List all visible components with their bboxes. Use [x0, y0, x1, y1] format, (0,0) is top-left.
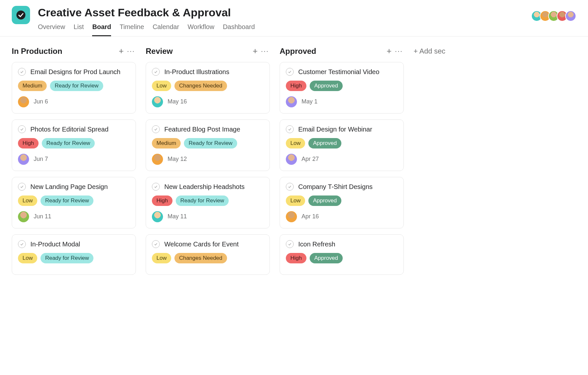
- due-date: Jun 6: [34, 98, 48, 105]
- project-members[interactable]: [534, 10, 576, 22]
- complete-task-icon[interactable]: [18, 240, 26, 248]
- task-title: Photos for Editorial Spread: [30, 125, 108, 133]
- tab-calendar[interactable]: Calendar: [153, 21, 179, 36]
- column-more-icon[interactable]: ···: [394, 46, 404, 56]
- column-header: Approved+···: [280, 46, 404, 56]
- column-title[interactable]: Approved: [280, 47, 384, 56]
- task-card[interactable]: New Landing Page DesignLowReady for Revi…: [12, 177, 136, 228]
- task-card[interactable]: In-Product IllustrationsLowChanges Neede…: [146, 62, 270, 114]
- task-tag[interactable]: Ready for Review: [184, 138, 237, 148]
- tab-timeline[interactable]: Timeline: [120, 21, 144, 36]
- due-date: May 16: [168, 98, 187, 105]
- tab-dashboard[interactable]: Dashboard: [223, 21, 255, 36]
- task-tag[interactable]: Ready for Review: [50, 81, 103, 91]
- assignee-avatar[interactable]: [18, 96, 29, 107]
- add-task-button[interactable]: +: [116, 46, 126, 56]
- complete-task-icon[interactable]: [18, 125, 26, 133]
- assignee-avatar[interactable]: [152, 96, 163, 107]
- due-date: May 1: [302, 98, 318, 105]
- task-tag[interactable]: Ready for Review: [41, 253, 93, 263]
- add-section-button[interactable]: + Add sec: [414, 46, 445, 55]
- task-tag[interactable]: Approved: [308, 195, 341, 206]
- complete-task-icon[interactable]: [152, 125, 160, 133]
- task-tag[interactable]: Approved: [308, 138, 341, 148]
- add-task-button[interactable]: +: [384, 46, 394, 56]
- complete-task-icon[interactable]: [286, 68, 294, 76]
- task-tag[interactable]: Medium: [152, 138, 181, 148]
- task-title: Featured Blog Post Image: [164, 125, 240, 133]
- task-title: Customer Testimonial Video: [298, 68, 379, 76]
- column-header: Review+···: [146, 46, 270, 56]
- task-title: Email Design for Webinar: [298, 125, 372, 133]
- column-more-icon[interactable]: ···: [260, 46, 270, 56]
- complete-task-icon[interactable]: [286, 183, 294, 191]
- task-tag[interactable]: High: [286, 253, 306, 263]
- task-title: Email Designs for Prod Launch: [30, 68, 121, 76]
- column-title[interactable]: In Production: [12, 47, 116, 56]
- task-card[interactable]: Email Design for WebinarLowApprovedApr 2…: [280, 119, 404, 171]
- task-card[interactable]: Featured Blog Post ImageMediumReady for …: [146, 119, 270, 171]
- task-tag[interactable]: Ready for Review: [41, 195, 93, 206]
- task-tag[interactable]: Ready for Review: [176, 195, 229, 206]
- task-title: New Leadership Headshots: [164, 182, 245, 191]
- task-tag[interactable]: High: [286, 81, 306, 91]
- column-header: In Production+···: [12, 46, 136, 56]
- assignee-avatar[interactable]: [286, 154, 297, 165]
- assignee-avatar[interactable]: [152, 154, 163, 165]
- assignee-avatar[interactable]: [18, 154, 29, 165]
- board-column: Review+···In-Product IllustrationsLowCha…: [146, 46, 270, 281]
- tab-board[interactable]: Board: [92, 21, 111, 36]
- tab-workflow[interactable]: Workflow: [188, 21, 214, 36]
- task-card[interactable]: Email Designs for Prod LaunchMediumReady…: [12, 62, 136, 114]
- task-title: In-Product Illustrations: [164, 68, 229, 76]
- tab-overview[interactable]: Overview: [38, 21, 65, 36]
- complete-task-icon[interactable]: [286, 125, 294, 133]
- member-avatar[interactable]: [565, 10, 576, 22]
- complete-task-icon[interactable]: [18, 183, 26, 191]
- assignee-avatar[interactable]: [18, 211, 29, 222]
- board: In Production+···Email Designs for Prod …: [0, 37, 588, 294]
- task-tag[interactable]: Changes Needed: [174, 81, 227, 91]
- due-date: Jun 7: [34, 156, 48, 163]
- task-tag[interactable]: Low: [18, 253, 37, 263]
- due-date: Apr 27: [302, 156, 319, 163]
- due-date: May 12: [168, 156, 187, 163]
- svg-point-0: [16, 10, 25, 20]
- column-more-icon[interactable]: ···: [126, 46, 136, 56]
- task-tag[interactable]: High: [152, 195, 172, 206]
- header-main: Creative Asset Feedback & Approval Overv…: [38, 6, 534, 36]
- assignee-avatar[interactable]: [152, 211, 163, 222]
- task-card[interactable]: New Leadership HeadshotsHighReady for Re…: [146, 177, 270, 228]
- complete-task-icon[interactable]: [286, 240, 294, 248]
- tab-list[interactable]: List: [74, 21, 84, 36]
- task-title: Welcome Cards for Event: [164, 240, 239, 248]
- due-date: Apr 16: [302, 213, 319, 220]
- task-tag[interactable]: Ready for Review: [42, 138, 95, 148]
- task-tag[interactable]: Low: [152, 253, 171, 263]
- task-card[interactable]: Icon RefreshHighApproved: [280, 234, 404, 275]
- assignee-avatar[interactable]: [286, 211, 297, 222]
- task-tag[interactable]: Approved: [310, 81, 343, 91]
- add-task-button[interactable]: +: [250, 46, 260, 56]
- assignee-avatar[interactable]: [286, 96, 297, 107]
- task-card[interactable]: Photos for Editorial SpreadHighReady for…: [12, 119, 136, 171]
- task-tag[interactable]: Low: [286, 195, 305, 206]
- complete-task-icon[interactable]: [152, 183, 160, 191]
- task-card[interactable]: Company T-Shirt DesignsLowApprovedApr 16: [280, 177, 404, 228]
- task-tag[interactable]: High: [18, 138, 39, 148]
- complete-task-icon[interactable]: [152, 68, 160, 76]
- task-card[interactable]: Welcome Cards for EventLowChanges Needed: [146, 234, 270, 275]
- complete-task-icon[interactable]: [18, 68, 26, 76]
- task-tag[interactable]: Changes Needed: [174, 253, 227, 263]
- task-card[interactable]: In-Product ModalLowReady for Review: [12, 234, 136, 275]
- task-card[interactable]: Customer Testimonial VideoHighApprovedMa…: [280, 62, 404, 114]
- task-tag[interactable]: Low: [152, 81, 171, 91]
- due-date: Jun 11: [34, 213, 51, 220]
- task-tag[interactable]: Approved: [310, 253, 343, 263]
- project-tabs: OverviewListBoardTimelineCalendarWorkflo…: [38, 21, 534, 36]
- task-tag[interactable]: Low: [286, 138, 305, 148]
- complete-task-icon[interactable]: [152, 240, 160, 248]
- column-title[interactable]: Review: [146, 47, 250, 56]
- task-tag[interactable]: Medium: [18, 81, 47, 91]
- task-tag[interactable]: Low: [18, 195, 37, 206]
